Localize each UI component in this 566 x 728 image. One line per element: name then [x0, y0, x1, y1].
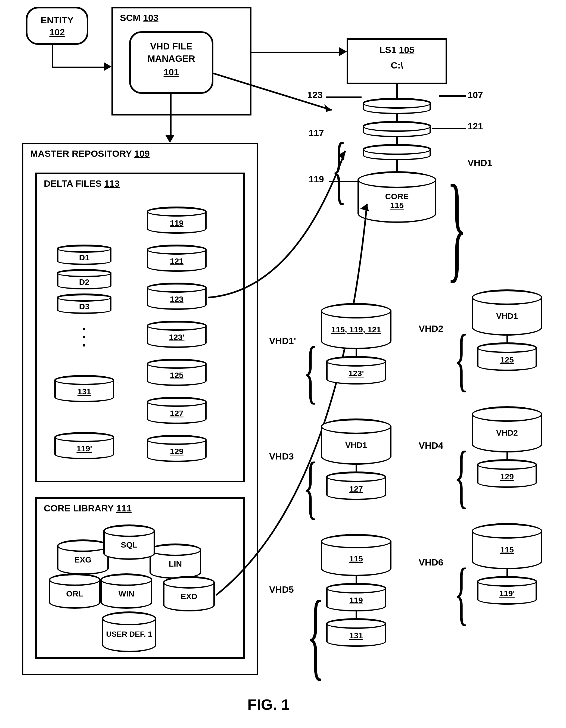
- connector-line: [356, 576, 357, 584]
- cyl-vhd1p-top: 115, 119, 121: [321, 303, 392, 349]
- cyl-d2: D2: [57, 269, 111, 289]
- vhdmgr-ref: 101: [131, 67, 212, 77]
- cyl-vhd2-top: VHD1: [472, 289, 542, 336]
- arrow-icon: [104, 62, 111, 71]
- cyl-exd: EXD: [163, 576, 215, 611]
- brace-icon: }: [447, 185, 467, 268]
- vhd1-label: VHD1: [468, 158, 492, 168]
- leader-line: [432, 128, 466, 129]
- connector-line: [170, 94, 171, 137]
- disc-mid: [363, 121, 431, 137]
- entity-box: ENTITY 102: [26, 7, 88, 45]
- ref-107: 107: [468, 90, 483, 100]
- ls1-label: LS1 105: [348, 45, 446, 55]
- ellipsis-icon: ...: [82, 321, 86, 345]
- ls1-drive: C:\: [348, 60, 446, 71]
- cyl-vhd2-bot: 125: [477, 342, 537, 371]
- vhdmgr-line2: MANAGER: [131, 53, 212, 64]
- arrow-icon: [339, 47, 347, 56]
- cyl-vhd4-bot: 129: [477, 459, 537, 488]
- vhd-manager-box: VHD FILE MANAGER 101: [129, 31, 213, 94]
- cyl-vhd6-top: 115: [472, 523, 542, 569]
- brace-icon: {: [454, 334, 469, 384]
- delta-label: DELTA FILES 113: [44, 178, 120, 189]
- vhd2-name: VHD2: [419, 323, 443, 334]
- scm-label: SCM 103: [120, 13, 158, 23]
- cyl-r123: 123: [147, 283, 206, 310]
- cyl-sql: SQL: [103, 524, 155, 560]
- leader-line: [326, 96, 362, 98]
- cyl-lin: LIN: [149, 543, 201, 579]
- cyl-r123p: 123': [147, 321, 206, 348]
- cyl-d3: D3: [57, 293, 111, 314]
- connector-line: [396, 84, 398, 99]
- cyl-exg: EXG: [57, 539, 109, 575]
- cyl-vhd6-bot: 119': [477, 576, 537, 605]
- cyl-vhd3-top: VHD1: [321, 418, 392, 465]
- connector-line: [396, 113, 398, 122]
- connector-line: [396, 136, 398, 145]
- connector-line: [356, 611, 357, 619]
- cyl-orl: ORL: [49, 573, 101, 609]
- cyl-r127: 127: [147, 397, 206, 424]
- brace-icon: {: [303, 462, 318, 511]
- ls1-box: LS1 105 C:\: [347, 38, 447, 84]
- ref-121: 121: [468, 121, 483, 132]
- vhd3-name: VHD3: [269, 451, 294, 462]
- cyl-r119: 119: [147, 207, 206, 234]
- cyl-win: WIN: [101, 573, 152, 609]
- vhd4-name: VHD4: [419, 440, 443, 451]
- vhdmgr-line1: VHD FILE: [131, 41, 212, 52]
- corelib-label: CORE LIBRARY 111: [44, 503, 131, 514]
- ref-123: 123: [307, 90, 323, 100]
- cyl-userdef: USER DEF. 1: [102, 611, 156, 652]
- cyl-vhd5-bot: 131: [326, 618, 386, 647]
- cyl-vhd5-mid: 119: [326, 583, 386, 611]
- connector-line: [52, 45, 53, 67]
- connector-line: [251, 52, 341, 53]
- arrow-icon: [165, 135, 174, 143]
- brace-icon: {: [454, 568, 469, 617]
- connector-line: [52, 67, 106, 68]
- vhd6-name: VHD6: [419, 557, 443, 568]
- svg-marker-1: [324, 104, 332, 112]
- disc-bot: [363, 144, 431, 160]
- entity-label: ENTITY: [27, 15, 87, 26]
- cyl-vhd3-bot: 127: [326, 471, 386, 500]
- cyl-vhd4-top: VHD2: [472, 406, 542, 452]
- entity-ref: 102: [27, 27, 87, 38]
- brace-icon: {: [454, 451, 469, 501]
- cyl-131: 131: [54, 375, 114, 402]
- disc-top: [363, 98, 431, 114]
- cyl-r129: 129: [147, 435, 206, 462]
- brace-icon: {: [303, 346, 318, 396]
- cyl-119p: 119': [54, 432, 114, 459]
- brace-icon: {: [307, 601, 325, 669]
- cyl-vhd5-top: 115: [321, 534, 392, 576]
- connector-line: [396, 159, 398, 173]
- cyl-vhd1p-bot: 123': [326, 356, 386, 385]
- ref-117: 117: [309, 128, 324, 138]
- cyl-r125: 125: [147, 359, 206, 386]
- figure-caption: FIG. 1: [247, 696, 290, 713]
- master-label: MASTER REPOSITORY 109: [30, 148, 150, 159]
- vhd5-name: VHD5: [269, 584, 294, 595]
- vhd1p-name: VHD1': [269, 336, 296, 346]
- leader-line: [439, 95, 466, 97]
- cyl-d1: D1: [57, 245, 111, 265]
- cyl-r121: 121: [147, 245, 206, 272]
